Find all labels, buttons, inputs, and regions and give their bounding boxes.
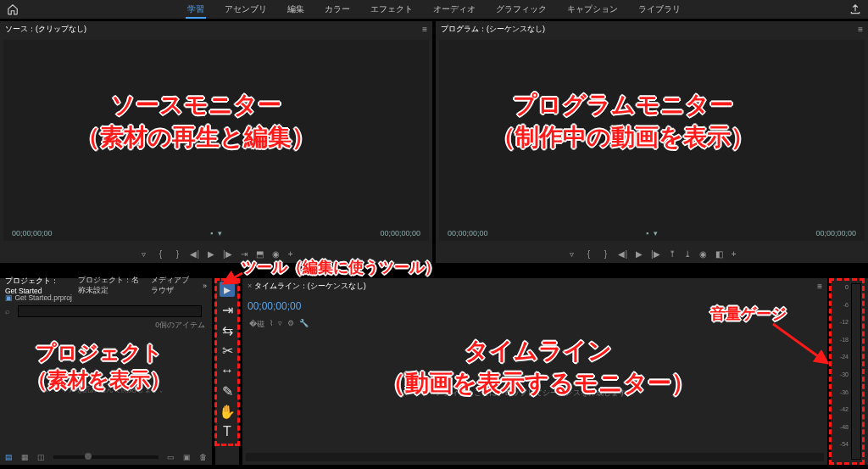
tool-pen[interactable]: ✎ [220, 383, 235, 399]
audio-tick: -48 [840, 424, 849, 430]
workspace-tab-0[interactable]: 学習 [186, 0, 206, 19]
project-toolbar: ▤ ▦ ◫ ▭ ▣ 🗑 [0, 449, 212, 465]
thumbnail-size-slider[interactable] [53, 455, 159, 459]
source-tc-left: 00;00;00;00 [12, 229, 53, 237]
project-tab-0[interactable]: プロジェクト：Get Started [5, 276, 70, 295]
out-point-icon[interactable]: } [601, 249, 609, 258]
timeline-panel-tab[interactable]: タイムライン：(シーケンスなし) [254, 281, 366, 292]
program-panel-tab[interactable]: プログラム：(シーケンスなし) [441, 24, 545, 35]
source-transport-bar: ▿ { } ◀| ▶ |▶ ⇥ ⬒ ◉ + [0, 244, 432, 263]
tool-selection[interactable]: ▸ [220, 282, 235, 297]
audio-tick: -30 [840, 371, 849, 377]
project-drop-zone[interactable]: メディアを読み込んで開始します。 [0, 331, 212, 449]
export-frame-icon[interactable]: ◉ [699, 249, 707, 259]
share-button[interactable] [846, 2, 865, 17]
more-icon[interactable]: + [288, 249, 293, 259]
audio-tick: -36 [840, 389, 849, 395]
workspace-tab-5[interactable]: オーディオ [431, 0, 477, 19]
new-bin-icon[interactable]: ▭ [167, 453, 175, 461]
step-fwd-icon[interactable]: |▶ [223, 249, 232, 259]
play-icon[interactable]: ▶ [636, 249, 643, 259]
tool-razor[interactable]: ✂ [220, 343, 235, 358]
project-item-count: 0個のアイテム [0, 321, 212, 331]
workspace-bar: 学習アセンブリ編集カラーエフェクトオーディオグラフィックキャプションライブラリ [0, 0, 868, 19]
tools-panel: ▸⇥⇆✂↔✎✋T [215, 278, 239, 465]
audio-tick: -18 [840, 337, 849, 343]
tool-hand[interactable]: ✋ [220, 404, 235, 419]
panel-menu-icon[interactable]: ≡ [858, 25, 863, 34]
source-tc-right: 00;00;00;00 [380, 229, 420, 237]
program-transport-bar: ▿ { } ◀| ▶ |▶ ⤒ ⤓ ◉ ◧ + [436, 244, 868, 263]
timeline-scrollbar[interactable] [246, 453, 824, 461]
compare-icon[interactable]: ◧ [715, 249, 723, 259]
link-icon[interactable]: ⌇ [270, 319, 273, 330]
audio-meter-panel: 0-6-12-18-24-30-36-42-48-54 [831, 278, 868, 465]
panel-menu-icon[interactable]: ≡ [817, 282, 822, 291]
step-back-icon[interactable]: ◀| [618, 249, 627, 259]
workspace-tab-3[interactable]: カラー [323, 0, 352, 19]
tool-track-select[interactable]: ⇥ [220, 302, 235, 317]
audio-tick: 0 [845, 284, 849, 290]
workspace-tab-4[interactable]: エフェクト [369, 0, 415, 19]
export-frame-icon[interactable]: ◉ [272, 249, 280, 259]
more-icon[interactable]: + [732, 249, 737, 259]
project-panel: プロジェクト：Get Startedプロジェクト：名称未設定メディアブラウザ» … [0, 278, 212, 465]
freeform-view-icon[interactable]: ◫ [37, 453, 45, 461]
project-panel-tabs: プロジェクト：Get Startedプロジェクト：名称未設定メディアブラウザ» [0, 278, 212, 293]
source-monitor-viewport[interactable]: 00;00;00;00 ▪▾ 00;00;00;00 [3, 40, 429, 241]
tool-ripple[interactable]: ⇆ [220, 322, 235, 338]
timeline-drop-zone[interactable]: メディアをここにドロップしてシーケンスを作成します。 [242, 333, 827, 453]
search-icon[interactable]: ⌕ [5, 307, 9, 315]
audio-tick: -24 [840, 354, 849, 360]
tool-type[interactable]: T [220, 424, 235, 439]
snap-icon[interactable]: �磁 [249, 319, 264, 330]
out-point-icon[interactable]: } [173, 249, 181, 258]
insert-icon[interactable]: ⇥ [241, 249, 248, 259]
play-icon[interactable]: ▶ [208, 249, 214, 259]
panel-menu-icon[interactable]: ≡ [422, 25, 427, 34]
in-point-icon[interactable]: { [584, 249, 593, 258]
settings-icon[interactable]: ⚙ [287, 319, 294, 330]
extract-icon[interactable]: ⤓ [684, 249, 691, 259]
marker-icon[interactable]: ▿ [567, 249, 576, 258]
source-monitor-panel: ソース：(クリップなし) ≡ 00;00;00;00 ▪▾ 00;00;00;0… [0, 21, 432, 263]
audio-tick: -12 [840, 319, 849, 325]
wrench-icon[interactable]: 🔧 [299, 319, 309, 330]
marker-icon[interactable]: ▿ [278, 319, 282, 330]
step-fwd-icon[interactable]: |▶ [651, 249, 660, 259]
audio-tick: -54 [840, 441, 849, 447]
workspace-tab-8[interactable]: ライブラリ [637, 0, 682, 19]
new-item-icon[interactable]: ▣ [183, 453, 191, 461]
program-monitor-viewport[interactable]: 00;00;00;00 ▪▾ 00;00;00;00 [439, 40, 865, 241]
project-search-input[interactable] [18, 305, 202, 317]
step-back-icon[interactable]: ◀| [190, 249, 199, 259]
audio-meter[interactable]: 0-6-12-18-24-30-36-42-48-54 [851, 283, 861, 460]
workspace-tab-7[interactable]: キャプション [565, 0, 620, 19]
timeline-panel: × タイムライン：(シーケンスなし) ≡ 00;00;00;00 �磁 ⌇ ▿ … [242, 278, 827, 465]
timeline-timecode[interactable]: 00;00;00;00 [248, 300, 301, 312]
trash-icon[interactable]: 🗑 [199, 453, 207, 461]
program-tc-left: 00;00;00;00 [448, 229, 488, 237]
workspace-tab-2[interactable]: 編集 [286, 0, 306, 19]
overwrite-icon[interactable]: ⬒ [256, 249, 264, 259]
program-monitor-panel: プログラム：(シーケンスなし) ≡ 00;00;00;00 ▪▾ 00;00;0… [436, 21, 868, 263]
in-point-icon[interactable]: { [156, 249, 164, 258]
audio-tick: -6 [843, 302, 849, 308]
program-tc-right: 00;00;00;00 [815, 229, 856, 237]
workspace-tab-6[interactable]: グラフィック [494, 0, 548, 19]
project-file-name: Get Started.prproj [14, 293, 72, 302]
lift-icon[interactable]: ⤒ [669, 249, 676, 259]
marker-icon[interactable]: ▿ [139, 249, 147, 258]
audio-tick: -42 [840, 406, 849, 412]
workspace-tabs: 学習アセンブリ編集カラーエフェクトオーディオグラフィックキャプションライブラリ [25, 0, 843, 19]
icon-view-icon[interactable]: ▦ [21, 453, 29, 461]
tool-slip[interactable]: ↔ [220, 363, 235, 378]
workspace-tab-1[interactable]: アセンブリ [223, 0, 269, 19]
list-view-icon[interactable]: ▤ [5, 453, 13, 461]
home-button[interactable] [3, 2, 22, 17]
project-tabs-overflow-icon[interactable]: » [203, 282, 207, 290]
source-panel-tab[interactable]: ソース：(クリップなし) [5, 24, 86, 35]
